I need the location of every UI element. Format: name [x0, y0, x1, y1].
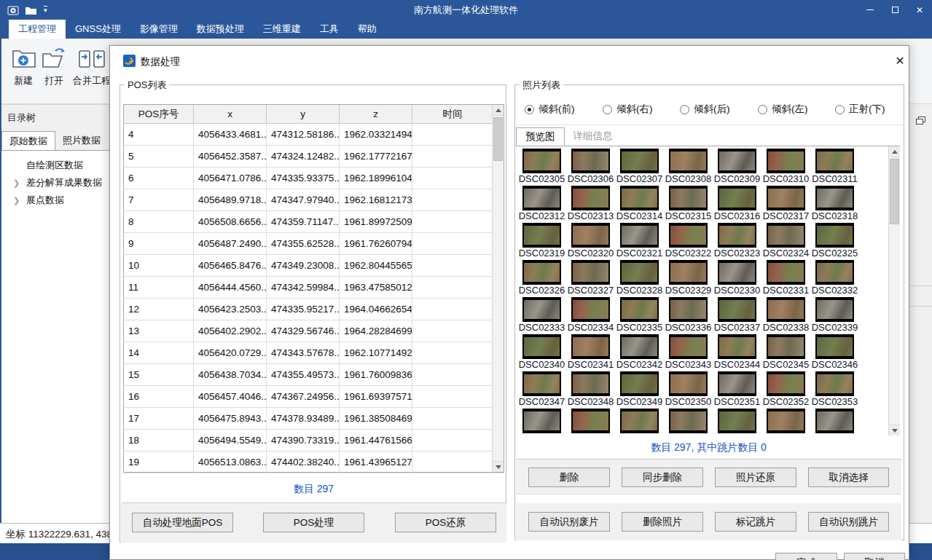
photo-item[interactable]: DSC02333: [517, 295, 566, 332]
merge-project-button[interactable]: 合并工程: [71, 44, 112, 87]
photo-item[interactable]: DSC02336: [664, 295, 713, 332]
close-button[interactable]: ✕: [907, 0, 932, 20]
photo-item[interactable]: DSC02317: [761, 184, 810, 221]
menu-tab[interactable]: 帮助: [348, 20, 386, 39]
auto-detect-bad-photo-button[interactable]: 自动识别废片: [528, 512, 610, 532]
quick-access-dropdown-icon[interactable]: ▾: [44, 6, 47, 14]
scroll-up-icon[interactable]: [889, 146, 900, 157]
delete-photo-button[interactable]: 删除照片: [622, 512, 703, 532]
photo-item[interactable]: DSC02313: [566, 184, 615, 221]
pos-table-row[interactable]: 154056438.7034...474355.49573...1961.760…: [124, 364, 504, 386]
photo-thumbnail[interactable]: [571, 297, 610, 322]
pos-table-row[interactable]: 164056457.4046...474367.24956...1961.693…: [124, 386, 504, 408]
photo-item[interactable]: DSC02319: [517, 221, 566, 258]
photo-item[interactable]: DSC02310: [761, 146, 810, 184]
photo-thumbnail[interactable]: [522, 371, 561, 396]
photo-thumbnail[interactable]: [620, 371, 659, 396]
photo-item[interactable]: DSC02324: [761, 221, 810, 258]
photo-item[interactable]: DSC02339: [810, 295, 859, 332]
tree-item[interactable]: 自绘测区数据: [1, 157, 109, 174]
panel-float-icon[interactable]: [916, 117, 925, 127]
photo-thumbnail[interactable]: [767, 371, 805, 396]
photo-thumbnail[interactable]: [522, 223, 561, 248]
photo-thumbnail[interactable]: [522, 334, 561, 359]
tab-preview[interactable]: 预览图: [516, 127, 565, 146]
photo-item[interactable]: DSC02334: [566, 295, 615, 332]
photo-thumbnail[interactable]: [522, 149, 561, 173]
photo-thumbnail[interactable]: [522, 409, 561, 433]
photo-thumbnail[interactable]: [815, 186, 854, 210]
photo-item[interactable]: DSC02337: [713, 295, 761, 332]
photo-thumbnail[interactable]: [571, 334, 610, 359]
photo-item[interactable]: DSC02348: [566, 369, 615, 406]
photo-item[interactable]: DSC02352: [761, 369, 810, 406]
pos-table-row[interactable]: 44056433.4681...474312.58186...1962.0332…: [124, 124, 504, 146]
photo-item[interactable]: DSC02311: [810, 146, 859, 184]
tab-details[interactable]: 详细信息: [565, 127, 622, 146]
pos-table-scrollbar[interactable]: [492, 105, 504, 472]
photo-thumbnail[interactable]: [669, 297, 708, 322]
photo-item[interactable]: DSC02347: [517, 369, 566, 406]
pos-table-row[interactable]: 114056444.4560...474342.59984...1963.475…: [124, 277, 504, 299]
scroll-down-icon[interactable]: [493, 461, 504, 472]
photo-thumbnail[interactable]: [718, 260, 756, 285]
window-titlebar[interactable]: ▾ 南方航测一体化处理软件 ✕: [0, 0, 932, 20]
photo-item[interactable]: DSC02307: [615, 146, 664, 184]
menu-tab[interactable]: 影像管理: [130, 20, 187, 39]
radio-ortho-down[interactable]: 正射(下): [835, 103, 885, 116]
tree-item[interactable]: ❯展点数据: [1, 192, 109, 209]
photo-thumbnail[interactable]: [718, 297, 756, 322]
finish-button[interactable]: 完成: [775, 553, 837, 560]
chevron-right-icon[interactable]: ❯: [13, 174, 20, 192]
new-project-button[interactable]: 新建: [9, 44, 38, 87]
pos-table-row[interactable]: 184056494.5549...474390.73319...1961.447…: [124, 430, 504, 451]
sync-delete-button[interactable]: 同步删除: [622, 468, 703, 487]
photo-item[interactable]: DSC02342: [615, 332, 664, 369]
photo-item[interactable]: DSC02312: [517, 184, 566, 221]
photo-item-partial[interactable]: [761, 406, 810, 435]
photo-item[interactable]: DSC02325: [810, 221, 859, 258]
photo-thumbnail[interactable]: [669, 409, 708, 433]
photo-thumbnail[interactable]: [571, 149, 610, 173]
radio-oblique-back[interactable]: 倾斜(后): [680, 103, 730, 116]
photo-item-partial[interactable]: [713, 406, 761, 435]
pos-table-row[interactable]: 174056475.8943...474378.93489...1961.385…: [124, 408, 504, 430]
photo-thumbnail[interactable]: [620, 409, 659, 433]
photo-thumbnail[interactable]: [767, 260, 805, 285]
photo-item[interactable]: DSC02306: [566, 146, 615, 184]
photo-thumbnail[interactable]: [815, 297, 854, 322]
photo-thumbnail[interactable]: [718, 186, 756, 210]
photo-thumbnail[interactable]: [669, 260, 708, 285]
scrollbar-thumb[interactable]: [890, 159, 899, 224]
photo-item[interactable]: DSC02331: [761, 258, 810, 295]
photo-thumbnail[interactable]: [522, 260, 561, 285]
photo-item[interactable]: DSC02327: [566, 258, 615, 295]
pos-table-row[interactable]: 134056402.2902...474329.56746...1964.282…: [124, 320, 504, 342]
photo-thumbnail[interactable]: [815, 149, 854, 173]
menu-tab[interactable]: GNSS处理: [66, 20, 130, 39]
open-project-button[interactable]: 打开: [39, 44, 68, 87]
photo-item[interactable]: DSC02349: [615, 369, 664, 406]
radio-oblique-right[interactable]: 倾斜(右): [603, 103, 653, 116]
menu-tab[interactable]: 工具: [310, 20, 348, 39]
pos-table-row[interactable]: 144056420.0729...474343.57678...1962.107…: [124, 342, 504, 364]
tree-item[interactable]: ❯差分解算成果数据: [1, 174, 109, 192]
photo-thumbnail[interactable]: [718, 334, 756, 359]
photo-grid-scrollbar[interactable]: [888, 146, 900, 435]
auto-process-ground-pos-button[interactable]: 自动处理地面POS: [132, 513, 233, 532]
photo-thumbnail[interactable]: [522, 297, 561, 322]
photo-thumbnail[interactable]: [767, 149, 805, 173]
maximize-button[interactable]: [882, 0, 907, 20]
photo-item[interactable]: DSC02353: [810, 369, 859, 406]
photo-item[interactable]: DSC02340: [517, 332, 566, 369]
pos-table-row[interactable]: 74056489.9718...474347.97940...1962.1681…: [124, 189, 504, 211]
pos-table-row[interactable]: 194056513.0863...474402.38240...1961.439…: [124, 451, 504, 473]
photo-item[interactable]: DSC02318: [810, 184, 859, 221]
photo-thumbnail[interactable]: [815, 223, 854, 248]
photo-item[interactable]: DSC02305: [517, 146, 566, 184]
photo-thumbnail[interactable]: [669, 149, 708, 173]
menu-tab[interactable]: 三维重建: [254, 20, 310, 39]
sidebar-tab-raw-data[interactable]: 原始数据: [1, 131, 55, 151]
photo-thumbnail[interactable]: [571, 260, 610, 285]
photo-thumbnail[interactable]: [815, 334, 854, 359]
